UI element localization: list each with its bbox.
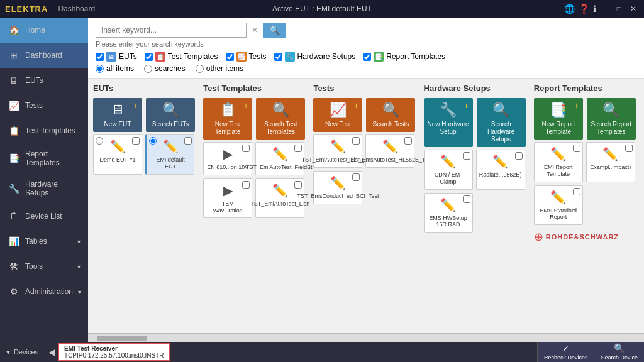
filter-report-templates-checkbox[interactable]	[363, 53, 371, 61]
administration-icon: ⚙	[8, 285, 20, 298]
radio-other-items[interactable]: other items	[196, 64, 243, 73]
hw-cdn-checkbox[interactable]	[463, 152, 470, 160]
euts-cards: ✏️ Demo EUT #1 ✏️ EMI default EUT	[93, 134, 198, 175]
sidebar-item-tests[interactable]: 📈 Tests	[0, 93, 88, 118]
sidebar-item-dashboard[interactable]: ⊞ Dashboard	[0, 43, 88, 68]
filter-test-templates-checkbox[interactable]	[145, 53, 153, 61]
report-example[interactable]: ✏️ Exampl...mpact)	[586, 142, 635, 182]
help-icon[interactable]: ❓	[579, 4, 589, 14]
search-input[interactable]	[96, 23, 247, 38]
sidebar-item-home[interactable]: 🏠 Home	[0, 18, 88, 43]
search-button[interactable]: 🔍	[263, 23, 286, 38]
sidebar-item-device-list[interactable]: 🗒 Device List	[0, 204, 88, 229]
info-icon[interactable]: ℹ	[593, 4, 596, 14]
tt-en610-checkbox[interactable]	[242, 145, 250, 152]
search-euts-tile[interactable]: 🔍 Search EUTs	[146, 98, 195, 132]
test-lisn-checkbox[interactable]	[352, 137, 360, 145]
tt-tem-label: TEM Wav...ration	[206, 200, 249, 214]
search-hw-tile[interactable]: 🔍 Search Hardware Setups	[477, 98, 526, 147]
main-layout: 🏠 Home ⊞ Dashboard 🖥 EUTs 📈 Tests 📋 Test…	[0, 18, 644, 342]
filter-euts-checkbox[interactable]	[96, 53, 104, 61]
search-device-button[interactable]: 🔍 Search Device	[594, 342, 644, 362]
test-ems-radiated[interactable]: ✏️ TST_EmsAutoTest_HL562E_Test	[365, 134, 414, 168]
rs-logo-icon: ⊕	[534, 230, 543, 244]
eut-item-demo[interactable]: ✏️ Demo EUT #1	[93, 134, 142, 175]
sidebar-item-test-templates[interactable]: 📋 Test Templates	[0, 118, 88, 143]
new-test-template-tile[interactable]: + 📋 New Test Template	[203, 98, 252, 140]
search-device-icon: 🔍	[614, 343, 625, 353]
new-test-tile[interactable]: + 📈 New Test	[313, 98, 362, 132]
eut-emi-checkbox[interactable]	[184, 137, 192, 145]
active-eut-label: Active EUT : EMI default EUT	[272, 4, 372, 13]
scrollbar-thumb[interactable]	[97, 336, 147, 341]
test-templates-cards: ▶ EN 610...on 10V ✏️ TST_EmiAutoTest_Fie…	[203, 142, 308, 218]
recheck-devices-button[interactable]: ✓ Recheck Devices	[537, 342, 594, 362]
hw-radiate-l562e[interactable]: ✏️ Radiate...L562E)	[476, 150, 525, 190]
radio-searches[interactable]: searches	[144, 64, 186, 73]
filter-hardware-setups[interactable]: 🔧 Hardware Setups	[274, 52, 356, 62]
close-button[interactable]: ✕	[628, 4, 639, 13]
search-test-templates-tile[interactable]: 🔍 Search Test Templates	[256, 98, 305, 140]
eut-demo-checkbox[interactable]	[132, 137, 140, 145]
test-template-en610[interactable]: ▶ EN 610...on 10V	[203, 142, 252, 175]
new-hw-tile[interactable]: + 🔧 New Hardware Setup	[424, 98, 473, 147]
test-radiated-label: TST_EmsAutoTest_HL562E_Test	[348, 156, 432, 163]
restore-button[interactable]: □	[614, 4, 624, 13]
report-emi[interactable]: ✏️ EMI Report Template	[534, 142, 583, 182]
new-eut-plus-icon: +	[133, 101, 138, 111]
report-ems-checkbox[interactable]	[573, 188, 580, 195]
search-report-tile[interactable]: 🔍 Search Report Templates	[587, 98, 636, 140]
device-prev-button[interactable]: ◀	[48, 347, 55, 357]
hw-ems-hwsetup[interactable]: ✏️ EMS HWSetup 15R RAD	[424, 193, 473, 233]
filter-tests[interactable]: 📈 Tests	[226, 52, 267, 62]
search-hw-label: Search Hardware Setups	[479, 121, 523, 143]
hw-radiate-checkbox[interactable]	[515, 152, 523, 160]
eut-emi-radio[interactable]	[149, 137, 157, 145]
radio-all-items[interactable]: all items	[96, 64, 134, 73]
eut-demo-radio[interactable]	[96, 137, 103, 145]
test-template-tem-wav[interactable]: ▶ TEM Wav...ration	[203, 178, 252, 219]
dashboard-content: EUTs + 🖥 New EUT 🔍 Search EUTs	[88, 79, 644, 333]
filter-tests-checkbox[interactable]	[226, 53, 234, 61]
test-ems-conduct[interactable]: ✏️ TST_EmsConduct_ed_BCI_Test	[313, 171, 362, 204]
test-template-tst-emi-field[interactable]: ✏️ TST_EmiAutoTest_FieldStr	[255, 142, 304, 175]
filter-report-templates[interactable]: 📑 Report Templates	[363, 52, 445, 62]
search-tests-tile[interactable]: 🔍 Search Tests	[366, 98, 415, 132]
eut-item-emi-default[interactable]: ✏️ EMI default EUT	[145, 134, 194, 175]
tt-field-checkbox[interactable]	[294, 145, 302, 152]
filter-test-templates[interactable]: 📋 Test Templates	[145, 52, 218, 62]
minimize-button[interactable]: ─	[600, 4, 611, 13]
new-report-tile[interactable]: + 📑 New Report Template	[534, 98, 583, 140]
search-report-icon: 🔍	[602, 102, 619, 118]
globe-icon[interactable]: 🌐	[564, 4, 575, 14]
sidebar-item-administration[interactable]: ⚙ Administration	[0, 279, 88, 304]
report-emi-checkbox[interactable]	[573, 145, 580, 152]
report-templates-icon: 📑	[8, 152, 20, 165]
filter-row: 🖥 EUTs 📋 Test Templates 📈 Tests 🔧 Hardw	[96, 52, 636, 62]
new-test-plus-icon: +	[353, 101, 358, 111]
sidebar-item-report-templates[interactable]: 📑 Report Templates	[0, 143, 88, 173]
filter-hardware-setups-checkbox[interactable]	[274, 53, 282, 61]
sidebar-item-tools[interactable]: 🛠 Tools	[0, 254, 88, 279]
hw-cdn-em-clamp[interactable]: ✏️ CDN / EM-Clamp	[424, 150, 473, 190]
section-tests: Tests + 📈 New Test 🔍 Search Tests	[313, 84, 418, 244]
new-eut-tile[interactable]: + 🖥 New EUT	[93, 98, 142, 132]
tt-lisn-checkbox[interactable]	[294, 181, 302, 189]
report-tiles: + 📑 New Report Template 🔍 Search Report …	[534, 98, 639, 140]
report-example-checkbox[interactable]	[625, 145, 633, 152]
search-clear-button[interactable]: ✕	[252, 26, 258, 35]
sidebar-item-euts[interactable]: 🖥 EUTs	[0, 68, 88, 93]
section-test-templates: Test Templates + 📋 New Test Template 🔍 S…	[203, 84, 308, 244]
report-emi-icon: ✏️	[550, 146, 566, 162]
horizontal-scrollbar[interactable]	[88, 333, 644, 342]
sidebar-item-tables[interactable]: 📊 Tables	[0, 229, 88, 254]
new-hw-icon: 🔧	[440, 102, 457, 118]
test-radiated-checkbox[interactable]	[404, 137, 412, 145]
test-conduct-checkbox[interactable]	[352, 173, 360, 181]
sidebar-item-hardware-setups[interactable]: 🔧 Hardware Setups	[0, 173, 88, 204]
hw-ems-checkbox[interactable]	[463, 195, 470, 203]
filter-euts[interactable]: 🖥 EUTs	[96, 52, 137, 62]
report-ems-standard[interactable]: ✏️ EMS Standard Report	[534, 185, 583, 226]
tt-tem-checkbox[interactable]	[242, 181, 250, 189]
hw-radiate-label: Radiate...L562E)	[479, 172, 522, 178]
